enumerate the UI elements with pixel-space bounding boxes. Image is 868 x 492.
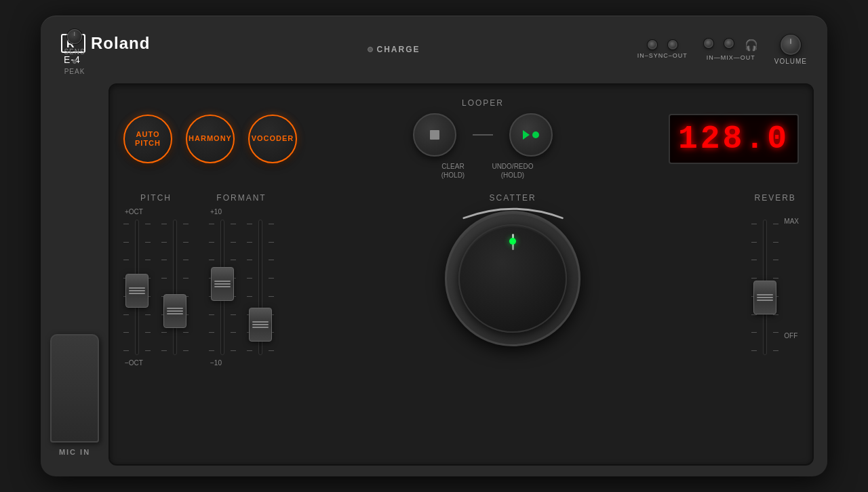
looper-clear-button[interactable] (413, 113, 456, 157)
tick-right (231, 350, 236, 351)
record-icon (532, 131, 539, 138)
headphone-icon: 🎧 (745, 39, 758, 52)
tick (209, 224, 236, 224)
tick-right (269, 278, 274, 279)
tick (123, 260, 151, 260)
reverb-max-text: MAX (784, 218, 799, 225)
mix-jack-label: IN—MIX—OUT (707, 54, 755, 61)
pitch-max-label: +OCT (125, 208, 143, 216)
tick (247, 242, 274, 243)
reverb-slider-track-1[interactable] (751, 220, 778, 355)
main-panel: AUTO PITCH HARMONY VOCODER LOOPER (108, 83, 814, 466)
looper-buttons-row (413, 113, 553, 157)
pitch-slider-track-1[interactable] (123, 220, 151, 355)
play-icon (523, 130, 530, 140)
tick (123, 314, 151, 315)
charge-led (368, 47, 373, 52)
tick-left (247, 242, 252, 243)
reverb-thumb-1[interactable] (753, 281, 776, 314)
formant-thumb-2[interactable] (249, 308, 272, 342)
pitch-min-label: −OCT (125, 359, 143, 367)
harmony-button[interactable]: HARMONY (186, 115, 235, 163)
top-right-connectors: IN–SYNC–OUT 🎧 IN—MIX—OUT VOLUME (637, 35, 807, 65)
tick-right (145, 242, 151, 243)
reverb-label: REVERB (754, 193, 795, 203)
tick-left (751, 242, 757, 243)
formant-max-label: +10 (210, 208, 222, 216)
sync-jacks-row (648, 40, 677, 49)
tick-right (231, 314, 236, 315)
mix-jacks-row: 🎧 (704, 39, 758, 52)
tick-left (209, 332, 214, 333)
tick-left (123, 332, 129, 333)
vocoder-label: VOCODER (252, 134, 294, 143)
tick-right (145, 314, 151, 315)
device-body: R Roland E-4 CHARGE IN–SYNC–OUT (41, 16, 827, 476)
top-bar: R Roland E-4 CHARGE IN–SYNC–OUT (41, 16, 827, 83)
formant-slider-track-2[interactable] (247, 220, 274, 355)
sync-jack-1 (648, 40, 657, 49)
reverb-scale-labels: MAX OFF (784, 208, 799, 344)
formant-sliders: +10 (209, 208, 274, 367)
harmony-label: HARMONY (189, 134, 232, 143)
formant-slider-track-1[interactable] (209, 220, 236, 355)
tick (751, 242, 778, 243)
reverb-slider-1 (751, 208, 778, 367)
mic-body (50, 334, 99, 443)
tick (161, 224, 189, 224)
sync-jack-2 (668, 40, 677, 49)
looper-connector (473, 134, 493, 136)
looper-title: LOOPER (462, 98, 504, 108)
tick-right (145, 260, 151, 260)
pitch-thumb-2[interactable] (163, 294, 186, 328)
play-record-icon (523, 130, 539, 140)
tick (161, 350, 189, 351)
digital-display: 128.0 (669, 114, 799, 164)
sens-label: SENS (64, 48, 85, 56)
volume-knob[interactable] (781, 35, 801, 55)
tick-left (161, 278, 167, 279)
tick-left (209, 260, 214, 260)
tick (161, 278, 189, 279)
tick-right (773, 224, 778, 224)
pitch-slider-1: +OCT (123, 208, 151, 367)
reverb-slider-group: MAX OFF (751, 208, 799, 367)
formant-min-label-2 (248, 359, 250, 367)
auto-pitch-button[interactable]: AUTO PITCH (123, 115, 172, 163)
panel-bottom: PITCH +OCT (110, 193, 812, 367)
scatter-knob-outer[interactable] (445, 211, 580, 346)
tick-left (751, 278, 757, 279)
tick (247, 260, 274, 260)
tick-right (145, 224, 151, 224)
sync-jack-label: IN–SYNC–OUT (637, 52, 688, 59)
tick-right (269, 224, 274, 224)
formant-thumb-1[interactable] (211, 267, 234, 301)
tick-right (183, 224, 189, 224)
tick (161, 332, 189, 333)
charge-label: CHARGE (377, 45, 420, 54)
vocoder-button[interactable]: VOCODER (248, 115, 297, 163)
auto-pitch-label: AUTO PITCH (135, 130, 161, 148)
formant-slider-2 (247, 208, 274, 367)
charge-section: CHARGE (150, 45, 637, 54)
display-value: 128.0 (678, 121, 789, 157)
tick-left (161, 332, 167, 333)
tick-left (247, 278, 252, 279)
tick-left (751, 224, 757, 224)
sens-knob[interactable] (67, 29, 82, 44)
pitch-sliders: +OCT (123, 208, 189, 367)
undo-redo-label: UNDO/REDO (HOLD) (491, 162, 534, 180)
left-side-panel: SENS PEAK MIC IN (41, 16, 108, 476)
panel-top: AUTO PITCH HARMONY VOCODER LOOPER (110, 85, 812, 186)
mix-jack-1 (704, 39, 713, 48)
looper-play-record-button[interactable] (509, 113, 553, 157)
tick-left (209, 242, 214, 243)
pitch-thumb-1[interactable] (125, 274, 149, 308)
tick-left (209, 314, 214, 315)
looper-btn-labels: CLEAR (HOLD) UNDO/REDO (HOLD) (431, 162, 534, 180)
tick-right (183, 332, 189, 333)
pitch-min-label-2 (163, 359, 165, 367)
tick-right (773, 332, 778, 333)
pitch-slider-track-2[interactable] (161, 220, 189, 355)
display-section: 128.0 (669, 114, 799, 164)
